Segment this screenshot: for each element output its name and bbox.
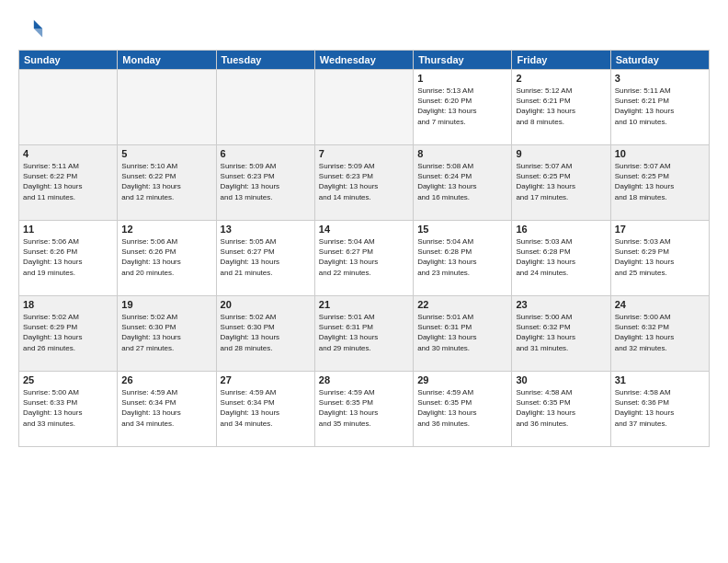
day-info: Sunrise: 5:06 AM Sunset: 6:26 PM Dayligh… — [121, 236, 211, 278]
weekday-tuesday: Tuesday — [216, 51, 314, 70]
calendar-cell: 20Sunrise: 5:02 AM Sunset: 6:30 PM Dayli… — [216, 296, 314, 372]
day-info: Sunrise: 5:11 AM Sunset: 6:21 PM Dayligh… — [615, 86, 705, 127]
day-number: 1 — [417, 73, 507, 84]
weekday-monday: Monday — [118, 51, 216, 70]
calendar-cell: 25Sunrise: 5:00 AM Sunset: 6:33 PM Dayli… — [19, 372, 118, 447]
calendar-cell: 13Sunrise: 5:05 AM Sunset: 6:27 PM Dayli… — [216, 221, 314, 296]
weekday-wednesday: Wednesday — [314, 51, 413, 70]
day-info: Sunrise: 4:58 AM Sunset: 6:36 PM Dayligh… — [615, 387, 705, 429]
calendar-cell: 24Sunrise: 5:00 AM Sunset: 6:32 PM Dayli… — [610, 296, 709, 372]
day-info: Sunrise: 4:59 AM Sunset: 6:34 PM Dayligh… — [121, 387, 211, 429]
svg-marker-0 — [34, 20, 42, 29]
day-info: Sunrise: 5:09 AM Sunset: 6:23 PM Dayligh… — [319, 161, 409, 202]
calendar-cell — [19, 70, 118, 145]
weekday-friday: Friday — [512, 51, 610, 70]
calendar-cell: 12Sunrise: 5:06 AM Sunset: 6:26 PM Dayli… — [118, 221, 216, 296]
calendar-cell: 29Sunrise: 4:59 AM Sunset: 6:35 PM Dayli… — [414, 372, 512, 447]
day-number: 27 — [221, 374, 311, 385]
calendar-cell: 7Sunrise: 5:09 AM Sunset: 6:23 PM Daylig… — [314, 145, 413, 221]
day-info: Sunrise: 5:02 AM Sunset: 6:30 PM Dayligh… — [121, 312, 211, 353]
day-number: 20 — [221, 299, 311, 310]
calendar-week-5: 25Sunrise: 5:00 AM Sunset: 6:33 PM Dayli… — [19, 372, 710, 447]
calendar-table: SundayMondayTuesdayWednesdayThursdayFrid… — [18, 50, 710, 447]
calendar-cell: 26Sunrise: 4:59 AM Sunset: 6:34 PM Dayli… — [118, 372, 216, 447]
calendar-cell: 14Sunrise: 5:04 AM Sunset: 6:27 PM Dayli… — [314, 221, 413, 296]
calendar-week-1: 1Sunrise: 5:13 AM Sunset: 6:20 PM Daylig… — [19, 70, 710, 145]
weekday-sunday: Sunday — [19, 51, 118, 70]
weekday-header-row: SundayMondayTuesdayWednesdayThursdayFrid… — [19, 51, 710, 70]
day-info: Sunrise: 5:02 AM Sunset: 6:30 PM Dayligh… — [221, 312, 311, 353]
day-info: Sunrise: 4:58 AM Sunset: 6:35 PM Dayligh… — [516, 387, 606, 429]
calendar-cell: 21Sunrise: 5:01 AM Sunset: 6:31 PM Dayli… — [314, 296, 413, 372]
day-info: Sunrise: 5:12 AM Sunset: 6:21 PM Dayligh… — [516, 86, 606, 127]
calendar-cell: 16Sunrise: 5:03 AM Sunset: 6:28 PM Dayli… — [512, 221, 610, 296]
day-number: 19 — [121, 299, 211, 310]
day-number: 24 — [615, 299, 705, 310]
calendar-cell: 8Sunrise: 5:08 AM Sunset: 6:24 PM Daylig… — [414, 145, 512, 221]
day-info: Sunrise: 5:13 AM Sunset: 6:20 PM Dayligh… — [417, 86, 507, 127]
weekday-thursday: Thursday — [414, 51, 512, 70]
day-info: Sunrise: 5:07 AM Sunset: 6:25 PM Dayligh… — [615, 161, 705, 202]
day-info: Sunrise: 5:04 AM Sunset: 6:27 PM Dayligh… — [319, 236, 409, 278]
day-number: 13 — [221, 224, 311, 235]
day-number: 12 — [121, 224, 211, 235]
day-number: 8 — [417, 148, 507, 159]
day-number: 18 — [23, 299, 113, 310]
calendar-cell: 10Sunrise: 5:07 AM Sunset: 6:25 PM Dayli… — [610, 145, 709, 221]
day-info: Sunrise: 5:03 AM Sunset: 6:29 PM Dayligh… — [615, 236, 705, 278]
calendar-cell: 6Sunrise: 5:09 AM Sunset: 6:23 PM Daylig… — [216, 145, 314, 221]
calendar-cell — [216, 70, 314, 145]
day-number: 21 — [319, 299, 409, 310]
calendar-cell: 28Sunrise: 4:59 AM Sunset: 6:35 PM Dayli… — [314, 372, 413, 447]
calendar-cell: 31Sunrise: 4:58 AM Sunset: 6:36 PM Dayli… — [610, 372, 709, 447]
calendar-cell — [118, 70, 216, 145]
calendar-cell: 3Sunrise: 5:11 AM Sunset: 6:21 PM Daylig… — [610, 70, 709, 145]
day-number: 9 — [516, 148, 606, 159]
logo — [18, 17, 48, 42]
day-info: Sunrise: 5:09 AM Sunset: 6:23 PM Dayligh… — [221, 161, 311, 202]
day-number: 31 — [615, 374, 705, 385]
day-number: 4 — [23, 148, 113, 159]
day-info: Sunrise: 5:03 AM Sunset: 6:28 PM Dayligh… — [516, 236, 606, 278]
calendar-cell: 30Sunrise: 4:58 AM Sunset: 6:35 PM Dayli… — [512, 372, 610, 447]
day-number: 6 — [221, 148, 311, 159]
day-number: 14 — [319, 224, 409, 235]
day-info: Sunrise: 5:11 AM Sunset: 6:22 PM Dayligh… — [23, 161, 113, 202]
day-number: 30 — [516, 374, 606, 385]
day-info: Sunrise: 5:05 AM Sunset: 6:27 PM Dayligh… — [221, 236, 311, 278]
day-number: 15 — [417, 224, 507, 235]
day-info: Sunrise: 5:01 AM Sunset: 6:31 PM Dayligh… — [319, 312, 409, 353]
day-number: 25 — [23, 374, 113, 385]
logo-icon — [18, 17, 44, 42]
calendar-cell: 4Sunrise: 5:11 AM Sunset: 6:22 PM Daylig… — [19, 145, 118, 221]
day-number: 10 — [615, 148, 705, 159]
day-number: 28 — [319, 374, 409, 385]
day-info: Sunrise: 5:01 AM Sunset: 6:31 PM Dayligh… — [417, 312, 507, 353]
calendar-week-3: 11Sunrise: 5:06 AM Sunset: 6:26 PM Dayli… — [19, 221, 710, 296]
day-number: 26 — [121, 374, 211, 385]
svg-marker-1 — [34, 29, 42, 37]
day-number: 7 — [319, 148, 409, 159]
calendar-cell — [314, 70, 413, 145]
calendar-cell: 18Sunrise: 5:02 AM Sunset: 6:29 PM Dayli… — [19, 296, 118, 372]
calendar-cell: 1Sunrise: 5:13 AM Sunset: 6:20 PM Daylig… — [414, 70, 512, 145]
calendar-cell: 2Sunrise: 5:12 AM Sunset: 6:21 PM Daylig… — [512, 70, 610, 145]
day-info: Sunrise: 5:00 AM Sunset: 6:32 PM Dayligh… — [615, 312, 705, 353]
day-number: 5 — [121, 148, 211, 159]
weekday-saturday: Saturday — [610, 51, 709, 70]
day-info: Sunrise: 5:02 AM Sunset: 6:29 PM Dayligh… — [23, 312, 113, 353]
calendar-cell: 19Sunrise: 5:02 AM Sunset: 6:30 PM Dayli… — [118, 296, 216, 372]
day-info: Sunrise: 4:59 AM Sunset: 6:35 PM Dayligh… — [319, 387, 409, 429]
day-number: 17 — [615, 224, 705, 235]
day-number: 23 — [516, 299, 606, 310]
calendar-week-2: 4Sunrise: 5:11 AM Sunset: 6:22 PM Daylig… — [19, 145, 710, 221]
day-info: Sunrise: 5:00 AM Sunset: 6:32 PM Dayligh… — [516, 312, 606, 353]
calendar-cell: 15Sunrise: 5:04 AM Sunset: 6:28 PM Dayli… — [414, 221, 512, 296]
calendar-cell: 22Sunrise: 5:01 AM Sunset: 6:31 PM Dayli… — [414, 296, 512, 372]
day-number: 2 — [516, 73, 606, 84]
day-info: Sunrise: 5:07 AM Sunset: 6:25 PM Dayligh… — [516, 161, 606, 202]
page: SundayMondayTuesdayWednesdayThursdayFrid… — [0, 0, 728, 563]
day-info: Sunrise: 5:04 AM Sunset: 6:28 PM Dayligh… — [417, 236, 507, 278]
day-info: Sunrise: 4:59 AM Sunset: 6:34 PM Dayligh… — [221, 387, 311, 429]
day-info: Sunrise: 5:10 AM Sunset: 6:22 PM Dayligh… — [121, 161, 211, 202]
